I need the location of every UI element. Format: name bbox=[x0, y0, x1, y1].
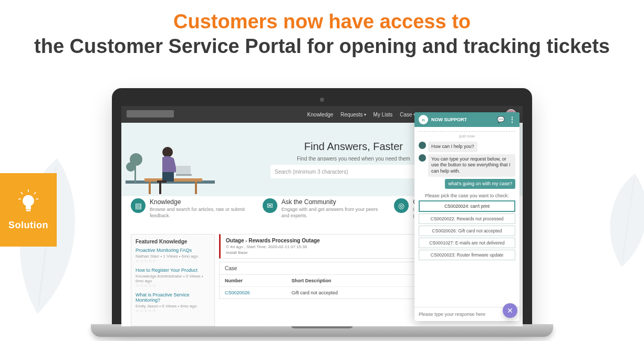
svg-rect-18 bbox=[176, 174, 192, 176]
featured-knowledge-panel: Featured Knowledge Proactive Monitoring … bbox=[131, 234, 215, 326]
svg-rect-20 bbox=[159, 183, 161, 194]
svg-rect-7 bbox=[26, 210, 30, 211]
outage-meta: © 4d ago , Start Time: 2020-02-11 07:15:… bbox=[226, 244, 307, 249]
star-rating-icon: ☆☆☆☆☆ bbox=[136, 308, 210, 313]
outage-banner[interactable]: Outage - Rewards Processing Outage © 4d … bbox=[219, 234, 446, 259]
search-input[interactable]: Search (minimum 3 characters) bbox=[271, 165, 437, 178]
picker-option[interactable]: CS0020023: Router firmware update bbox=[419, 250, 515, 260]
tile-title: Knowledge bbox=[150, 198, 250, 206]
more-icon[interactable]: ⋮ bbox=[509, 116, 515, 123]
svg-rect-17 bbox=[176, 166, 191, 175]
nav-knowledge[interactable]: Knowledge bbox=[307, 112, 333, 118]
nav-mylists[interactable]: My Lists bbox=[373, 112, 393, 118]
svg-rect-10 bbox=[149, 182, 151, 194]
picker-option[interactable]: CS0020022: Rewards not processed bbox=[419, 214, 515, 224]
now-logo-icon: n bbox=[419, 115, 428, 124]
svg-rect-19 bbox=[157, 180, 167, 183]
chevron-down-icon: ▾ bbox=[364, 112, 366, 117]
chat-timestamp: just now bbox=[419, 134, 515, 138]
tile-desc: Browse and search for articles, rate or … bbox=[150, 207, 250, 219]
picker-label: Please pick the case you want to check: bbox=[419, 193, 515, 198]
svg-point-15 bbox=[162, 147, 173, 157]
col-desc: Short Description bbox=[286, 275, 393, 287]
svg-line-2 bbox=[34, 192, 36, 194]
featured-link[interactable]: What is Proactive Service Monitoring? bbox=[136, 292, 210, 303]
picker-option[interactable]: CS0020026: Gift card not accepted bbox=[419, 226, 515, 236]
speech-icon[interactable]: 💬 bbox=[497, 116, 505, 123]
star-rating-icon: ☆☆☆☆☆ bbox=[136, 259, 210, 263]
bot-avatar-icon bbox=[419, 142, 426, 149]
featured-item[interactable]: How to Register Your Product Knowledge A… bbox=[136, 268, 210, 288]
headline-line1: Customers now have access to bbox=[21, 10, 623, 33]
tile-knowledge[interactable]: ▤ KnowledgeBrowse and search for article… bbox=[131, 198, 250, 219]
outage-base: Install Base bbox=[226, 250, 440, 255]
featured-link[interactable]: Proactive Monitoring FAQs bbox=[136, 248, 210, 253]
case-table: Number Short Description Actions CS00200… bbox=[220, 275, 445, 299]
svg-rect-6 bbox=[26, 206, 31, 209]
close-icon: ✕ bbox=[507, 306, 513, 315]
chat-widget: n NOW SUPPORT 💬 ⋮ just now How can I hel… bbox=[414, 112, 520, 321]
brand-logo bbox=[127, 110, 174, 118]
bot-avatar-icon bbox=[419, 154, 426, 162]
tile-desc: Engage with and get answers from your pe… bbox=[282, 207, 382, 219]
table-row[interactable]: CS0020026 Gift card not accepted bbox=[220, 287, 445, 299]
chat-body: just now How can I help you? You can typ… bbox=[414, 127, 520, 307]
featured-heading: Featured Knowledge bbox=[136, 239, 210, 244]
solution-badge: Solution bbox=[0, 173, 57, 247]
svg-point-13 bbox=[126, 162, 136, 172]
nav-case[interactable]: Case▾ bbox=[400, 112, 415, 118]
featured-meta: Emily Jason • 0 Views • 6mo ago bbox=[136, 304, 210, 308]
book-icon: ▤ bbox=[131, 198, 146, 213]
svg-rect-16 bbox=[162, 172, 174, 182]
featured-meta: Nathan Starr • 1 Views • 6mo ago bbox=[136, 254, 210, 259]
svg-point-5 bbox=[23, 195, 34, 206]
hero-subtitle: Find the answers you need when you need … bbox=[297, 156, 410, 162]
chat-title: NOW SUPPORT bbox=[431, 117, 467, 122]
featured-item[interactable]: Proactive Monitoring FAQs Nathan Starr •… bbox=[136, 248, 210, 263]
hero-title: Find Answers, Faster bbox=[304, 141, 403, 153]
message-text: You can type your request below, or use … bbox=[428, 154, 515, 177]
user-message: what's going on with my case? bbox=[419, 179, 515, 189]
nav-requests[interactable]: Requests▾ bbox=[340, 112, 366, 118]
badge-label: Solution bbox=[8, 220, 48, 231]
chat-bubble-icon: ✉ bbox=[263, 198, 277, 213]
message-text: what's going on with my case? bbox=[445, 179, 515, 189]
col-number: Number bbox=[220, 275, 286, 287]
chat-header: n NOW SUPPORT 💬 ⋮ bbox=[414, 112, 520, 127]
headline: Customers now have access to the Custome… bbox=[0, 10, 644, 58]
search-placeholder: Search (minimum 3 characters) bbox=[275, 169, 348, 175]
star-rating-icon: ☆☆☆☆☆ bbox=[136, 283, 210, 288]
bot-message: How can I help you? bbox=[419, 142, 515, 152]
svg-line-1 bbox=[21, 192, 23, 194]
chat-text-input[interactable] bbox=[418, 311, 509, 317]
message-text: How can I help you? bbox=[428, 142, 477, 152]
picker-option[interactable]: CS0001027: E-mails are not delivered bbox=[419, 238, 515, 248]
featured-item[interactable]: What is Proactive Service Monitoring? Em… bbox=[136, 292, 210, 313]
picker-option[interactable]: CS0020024: can't print bbox=[419, 200, 515, 212]
tile-community[interactable]: ✉ Ask the CommunityEngage with and get a… bbox=[263, 198, 382, 219]
case-desc: Gift card not accepted bbox=[286, 287, 393, 299]
card-heading: Case bbox=[225, 265, 237, 271]
hero-illustration bbox=[121, 123, 216, 196]
close-chat-fab[interactable]: ✕ bbox=[503, 303, 517, 318]
camera-dot bbox=[320, 98, 324, 102]
life-ring-icon: ◎ bbox=[394, 198, 409, 213]
bot-message: You can type your request below, or use … bbox=[419, 154, 515, 177]
decorative-leaf-right bbox=[586, 138, 644, 303]
outage-title: Outage - Rewards Processing Outage bbox=[226, 238, 440, 243]
headline-line2: the Customer Service Portal for opening … bbox=[21, 35, 623, 58]
lightbulb-icon bbox=[17, 189, 39, 216]
case-card: Case View Number Short Description Actio… bbox=[219, 262, 446, 299]
featured-meta: Knowledge Administrator • 0 Views • 6mo … bbox=[136, 274, 210, 283]
case-number[interactable]: CS0020026 bbox=[220, 287, 286, 299]
case-picker: Please pick the case you want to check: … bbox=[419, 193, 515, 262]
tile-title: Ask the Community bbox=[282, 198, 382, 206]
laptop-mockup: Knowledge Requests▾ My Lists Case▾ Catal… bbox=[112, 88, 532, 337]
svg-rect-14 bbox=[134, 165, 136, 183]
featured-link[interactable]: How to Register Your Product bbox=[136, 268, 210, 273]
portal-screen: Knowledge Requests▾ My Lists Case▾ Catal… bbox=[121, 106, 523, 326]
center-column: Outage - Rewards Processing Outage © 4d … bbox=[219, 234, 446, 326]
svg-rect-11 bbox=[195, 182, 197, 194]
